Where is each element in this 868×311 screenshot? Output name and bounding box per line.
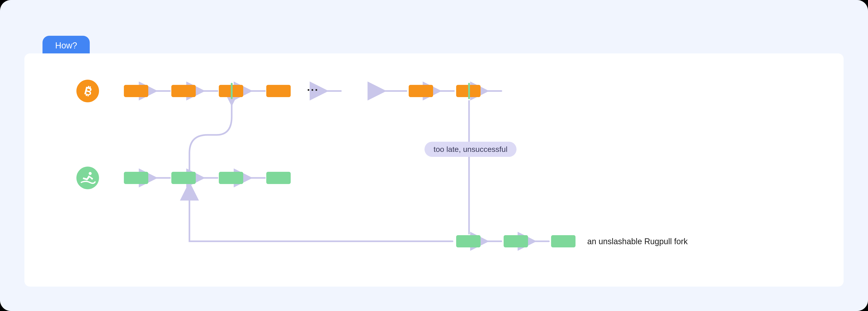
bitcoin-icon xyxy=(76,80,99,102)
bitcoin-block-1 xyxy=(124,85,148,97)
ellipsis: ··· xyxy=(307,84,319,96)
bitcoin-block-5 xyxy=(409,85,433,97)
bitcoin-glyph-icon xyxy=(81,84,94,98)
rugpull-block-4 xyxy=(266,172,291,184)
bitcoin-block-2 xyxy=(171,85,196,97)
section-tab: How? xyxy=(42,36,90,55)
fork-block-1 xyxy=(456,235,480,247)
diagram-container: How? xyxy=(0,0,868,311)
svg-point-0 xyxy=(89,172,92,175)
slip-person-icon xyxy=(80,170,96,186)
fork-caption: an unslashable Rugpull fork xyxy=(587,237,688,246)
fork-block-2 xyxy=(504,235,528,247)
too-late-label: too late, unsuccessful xyxy=(425,142,517,157)
diagram-card: ··· too late, unsuccessful an unslashabl… xyxy=(24,53,844,287)
fork-long-connector xyxy=(189,185,453,241)
bitcoin-block-4 xyxy=(266,85,291,97)
checkpoint-curve-1 xyxy=(189,103,232,171)
rugpull-block-2 xyxy=(171,172,196,184)
checkpoint-tick-1 xyxy=(231,83,232,99)
checkpoint-tick-2 xyxy=(468,83,470,99)
rugpull-block-1 xyxy=(124,172,148,184)
rugpull-icon xyxy=(76,167,99,189)
rugpull-block-3 xyxy=(219,172,243,184)
fork-block-3 xyxy=(551,235,576,247)
